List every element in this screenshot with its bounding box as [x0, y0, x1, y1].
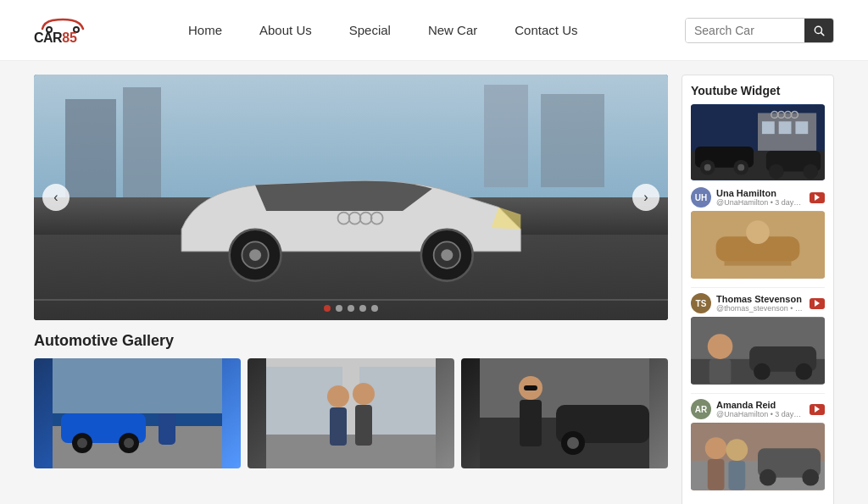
svg-point-76 [760, 469, 776, 486]
svg-line-3 [821, 32, 824, 35]
yt-thumbnail-2[interactable] [691, 317, 825, 385]
slider-dot-3[interactable] [348, 305, 354, 312]
nav-item-newcar[interactable]: New Car [409, 23, 496, 37]
svg-point-70 [795, 363, 812, 380]
yt-avatar-1: UH [691, 187, 711, 208]
svg-rect-81 [728, 461, 745, 490]
svg-point-6 [249, 249, 261, 261]
main-nav: Home About Us Special New Car Contact Us [170, 23, 685, 37]
yt-item-1: UH Una Hamilton @UnaHamilton • 3 days ag… [691, 187, 825, 279]
chevron-right-icon: › [643, 190, 648, 205]
yt-item-2: TS Thomas Stevenson @thomas_stevenson • … [691, 293, 825, 385]
svg-rect-22 [159, 411, 175, 445]
svg-point-59 [769, 164, 784, 180]
svg-point-18 [77, 438, 87, 448]
gallery-title: Automotive Gallery [34, 332, 668, 350]
svg-point-20 [124, 438, 134, 448]
yt-video-thumb-1 [691, 211, 825, 279]
yt-play-icon-2[interactable] [810, 298, 825, 309]
youtube-widget: Youtube Widget [682, 75, 834, 504]
yt-item-3: AR Amanda Reid @UnaHamilton • 3 days ago [691, 399, 825, 490]
slider-dots [324, 305, 378, 312]
svg-point-78 [705, 437, 727, 459]
svg-rect-65 [725, 262, 792, 266]
svg-point-31 [353, 383, 375, 405]
svg-point-71 [708, 334, 733, 359]
svg-point-9 [441, 249, 453, 261]
slider-dot-5[interactable] [371, 305, 378, 312]
youtube-widget-title: Youtube Widget [691, 84, 825, 97]
slider-next-button[interactable]: › [632, 184, 659, 211]
yt-username-1: Una Hamilton [716, 188, 804, 198]
chevron-left-icon: ‹ [53, 190, 58, 205]
svg-rect-46 [762, 121, 775, 134]
slider-background [34, 75, 668, 320]
yt-video-thumb-3 [691, 423, 825, 490]
yt-divider-2 [691, 393, 825, 394]
yt-user-info-2: Thomas Stevenson @thomas_stevenson • 1 d… [716, 294, 804, 313]
yt-user-row-2: TS Thomas Stevenson @thomas_stevenson • … [691, 293, 825, 313]
yt-video-thumb-2 [691, 317, 825, 385]
gallery-image-2 [248, 358, 454, 468]
svg-rect-41 [520, 400, 542, 446]
yt-handle-3: @UnaHamilton • 3 days ago [716, 410, 804, 418]
yt-divider-1 [691, 287, 825, 288]
gallery-item-1[interactable] [34, 358, 241, 468]
yt-user-info-1: Una Hamilton @UnaHamilton • 3 days ago [716, 188, 804, 207]
nav-item-about[interactable]: About Us [241, 23, 331, 37]
slider-prev-button[interactable]: ‹ [42, 184, 70, 211]
yt-handle-2: @thomas_stevenson • 1 days ago [716, 304, 804, 313]
yt-user-info-3: Amanda Reid @UnaHamilton • 3 days ago [716, 400, 804, 418]
yt-user-row-3: AR Amanda Reid @UnaHamilton • 3 days ago [691, 399, 825, 419]
svg-rect-30 [330, 407, 347, 446]
gallery-image-3 [461, 358, 668, 468]
yt-thumbnail-1[interactable] [691, 211, 825, 279]
site-header: CAR 85 Home About Us Special New Car Con… [0, 0, 868, 61]
yt-thumbnail-3[interactable] [691, 423, 825, 490]
right-column: Youtube Widget [682, 75, 834, 504]
svg-point-55 [704, 164, 711, 171]
gallery-grid [34, 358, 668, 468]
svg-point-77 [802, 469, 819, 486]
svg-rect-72 [709, 359, 732, 385]
hero-slider: ‹ › [34, 75, 668, 320]
yt-username-3: Amanda Reid [716, 400, 804, 410]
yt-featured-thumbnail[interactable] [691, 104, 825, 180]
main-content: ‹ › Automotive Gallery [0, 61, 868, 504]
search-icon [813, 25, 825, 36]
yt-handle-1: @UnaHamilton • 3 days ago [716, 198, 804, 207]
yt-avatar-3: AR [691, 399, 711, 419]
svg-point-69 [754, 363, 771, 380]
yt-featured-image [691, 104, 825, 180]
search-button[interactable] [804, 19, 833, 42]
svg-point-57 [737, 164, 744, 171]
nav-item-home[interactable]: Home [170, 23, 241, 37]
gallery-item-3[interactable] [461, 358, 668, 468]
nav-item-special[interactable]: Special [331, 23, 409, 37]
slider-dot-1[interactable] [324, 305, 331, 312]
svg-point-60 [803, 164, 818, 180]
nav-item-contact[interactable]: Contact Us [496, 23, 596, 37]
car-svg [97, 148, 604, 296]
yt-user-row-1: UH Una Hamilton @UnaHamilton • 3 days ag… [691, 187, 825, 208]
svg-rect-47 [779, 121, 792, 134]
svg-point-39 [567, 437, 579, 449]
slider-dot-4[interactable] [359, 305, 366, 312]
svg-point-29 [327, 385, 349, 407]
svg-rect-79 [708, 459, 725, 490]
gallery-image-1 [34, 358, 241, 468]
search-bar [685, 18, 834, 43]
yt-avatar-2: TS [691, 293, 711, 313]
svg-rect-42 [524, 385, 537, 390]
yt-username-2: Thomas Stevenson [716, 294, 804, 304]
svg-point-80 [726, 439, 748, 461]
yt-play-icon-1[interactable] [810, 192, 825, 203]
logo[interactable]: CAR 85 [34, 15, 136, 46]
gallery-item-2[interactable] [248, 358, 454, 468]
gallery-section: Automotive Gallery [34, 332, 668, 468]
yt-play-icon-3[interactable] [810, 404, 825, 415]
slider-dot-2[interactable] [336, 305, 342, 312]
search-input[interactable] [686, 19, 804, 42]
svg-rect-32 [355, 405, 372, 446]
svg-rect-48 [795, 121, 808, 134]
